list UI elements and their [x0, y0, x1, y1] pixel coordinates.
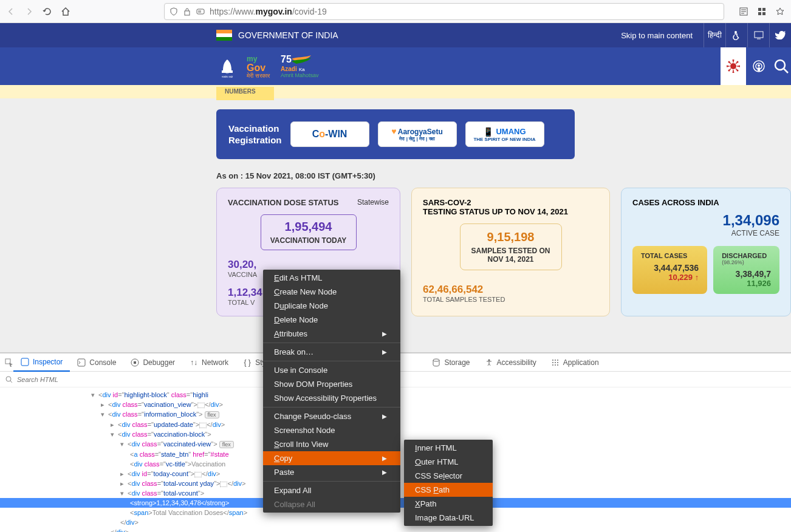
- cowin-button[interactable]: Co-WIN: [290, 121, 369, 147]
- svg-point-41: [758, 64, 760, 67]
- cases-card: CASES ACROSS INDIA 1,34,096 ACTIVE CASE …: [621, 188, 791, 316]
- bookmark-icon[interactable]: [775, 7, 785, 16]
- ctx-outer-html[interactable]: Outer HTML: [404, 455, 493, 469]
- svg-point-54: [552, 362, 553, 363]
- svg-point-57: [552, 364, 553, 366]
- twitter-icon[interactable]: [769, 23, 791, 47]
- svg-line-43: [784, 69, 788, 73]
- ctx-collapse[interactable]: Collapse All: [263, 497, 400, 511]
- reader-icon[interactable]: [739, 7, 748, 16]
- svg-point-12: [734, 31, 737, 33]
- search-nav-icon[interactable]: [772, 47, 791, 85]
- svg-point-36: [737, 70, 739, 72]
- ctx-break[interactable]: Break on…▶: [263, 345, 400, 359]
- disch-title: DISCHARGED: [722, 252, 771, 259]
- ctx-screenshot[interactable]: Screenshot Node: [263, 423, 400, 437]
- svg-point-56: [557, 362, 558, 363]
- back-button[interactable]: [6, 7, 16, 16]
- context-menu: Edit As HTML Create New Node Duplicate N…: [263, 270, 400, 513]
- svg-rect-45: [21, 358, 29, 366]
- india-flag-icon: [216, 30, 232, 41]
- tab-console[interactable]: Console: [70, 354, 123, 371]
- ctx-scroll[interactable]: Scroll Into View: [263, 437, 400, 451]
- active-num: 1,34,096: [632, 212, 779, 229]
- svg-point-32: [733, 72, 734, 73]
- ctx-delete[interactable]: Delete Node: [263, 313, 400, 327]
- svg-point-34: [739, 66, 741, 67]
- svg-rect-10: [758, 12, 761, 15]
- svg-rect-15: [222, 70, 233, 73]
- samples-label1: SAMPLES TESTED ON: [461, 247, 561, 255]
- svg-rect-8: [758, 8, 761, 11]
- svg-point-31: [733, 60, 734, 61]
- today-box: 1,95,494 VACCINATION TODAY: [261, 214, 357, 250]
- tab-network[interactable]: ↑↓Network: [182, 354, 236, 371]
- svg-rect-0: [185, 11, 190, 15]
- home-button[interactable]: [61, 7, 70, 16]
- ctx-attributes[interactable]: Attributes▶: [263, 327, 400, 341]
- ctx-dom-props[interactable]: Show DOM Properties: [263, 377, 400, 391]
- svg-point-22: [730, 63, 736, 69]
- ctx-paste[interactable]: Paste▶: [263, 465, 400, 479]
- svg-point-52: [555, 360, 556, 361]
- nav-bar: सत्यमेव जयते my Gov मेरी सरकार 75AzadiKa…: [0, 47, 791, 85]
- ctx-duplicate[interactable]: Duplicate Node: [263, 299, 400, 313]
- vacc-title: VACCINATION DOSE STATUS: [228, 198, 338, 207]
- svg-point-51: [552, 360, 553, 361]
- ctx-xpath[interactable]: XPath: [404, 497, 493, 511]
- ctx-expand[interactable]: Expand All: [263, 483, 400, 497]
- ctx-css-path[interactable]: CSS Path: [404, 483, 493, 497]
- apps-icon[interactable]: [757, 7, 767, 16]
- emblem-icon: सत्यमेव जयते: [216, 52, 238, 80]
- ctx-copy[interactable]: Copy▶: [263, 451, 400, 465]
- aarogyasetu-button[interactable]: ♥ AarogyaSetuमेरा | सेतु | मेरा | रक्षा: [378, 121, 457, 147]
- ctx-edit-html[interactable]: Edit As HTML: [263, 271, 400, 285]
- svg-point-58: [555, 364, 556, 366]
- samples-box: 9,15,198 SAMPLES TESTED ON NOV 14, 2021: [460, 223, 562, 270]
- skip-link[interactable]: Skip to main content: [610, 31, 704, 40]
- accessibility-icon[interactable]: [725, 23, 747, 47]
- tab-inspector[interactable]: Inspector: [13, 353, 70, 372]
- search-input[interactable]: [17, 376, 786, 383]
- mygov-logo[interactable]: my Gov मेरी सरकार: [247, 53, 270, 79]
- statewise-link[interactable]: Statewise: [357, 198, 389, 207]
- tab-accessibility[interactable]: Accessibility: [478, 354, 544, 371]
- vacc-reg-label: VaccinationRegistration: [228, 123, 282, 146]
- ctx-pseudo[interactable]: Change Pseudo-class▶: [263, 409, 400, 423]
- svg-line-61: [10, 381, 12, 383]
- ctx-create-node[interactable]: Create New Node: [263, 285, 400, 299]
- svg-text:सत्यमेव जयते: सत्यमेव जयते: [221, 75, 233, 78]
- hindi-link[interactable]: हिन्दी: [704, 23, 725, 47]
- numbers-bar: NUMBERS: [0, 85, 791, 98]
- covid-icon[interactable]: [721, 47, 746, 85]
- svg-rect-13: [755, 32, 763, 38]
- gov-bar: GOVERNMENT OF INDIA Skip to main content…: [0, 23, 791, 47]
- active-label: ACTIVE CASE: [632, 229, 779, 237]
- podcast-icon[interactable]: [746, 47, 772, 85]
- forward-button[interactable]: [24, 7, 34, 16]
- svg-point-42: [775, 60, 785, 70]
- lock-icon: [183, 7, 191, 16]
- monitor-icon[interactable]: [747, 23, 769, 47]
- total-cases-title: TOTAL CASES: [641, 252, 699, 259]
- samples-num: 9,15,198: [461, 230, 561, 244]
- disch-delta: 11,926: [722, 279, 771, 288]
- tab-debugger[interactable]: Debugger: [123, 354, 182, 371]
- ctx-css-selector[interactable]: CSS Selector: [404, 469, 493, 483]
- ctx-console[interactable]: Use in Console: [263, 363, 400, 377]
- samples-label2: NOV 14, 2021: [461, 255, 561, 264]
- umang-button[interactable]: 📱UMANGTHE SPIRIT OF NEW INDIA: [465, 121, 544, 147]
- url-bar[interactable]: https://www.mygov.in/covid-19: [164, 3, 724, 20]
- numbers-label: NUMBERS: [216, 87, 274, 100]
- ctx-a11y-props[interactable]: Show Accessibility Properties: [263, 391, 400, 405]
- element-picker-icon[interactable]: [5, 358, 13, 367]
- tab-application[interactable]: Application: [544, 354, 606, 371]
- ctx-inner-html[interactable]: Inner HTML: [404, 441, 493, 455]
- svg-point-37: [728, 70, 730, 72]
- svg-point-38: [737, 61, 739, 63]
- svg-point-33: [727, 66, 728, 67]
- tab-storage[interactable]: Storage: [425, 354, 477, 371]
- ctx-image-dataurl[interactable]: Image Data-URL: [404, 511, 493, 525]
- reload-button[interactable]: [43, 7, 52, 16]
- gov-title: GOVERNMENT OF INDIA: [238, 30, 338, 40]
